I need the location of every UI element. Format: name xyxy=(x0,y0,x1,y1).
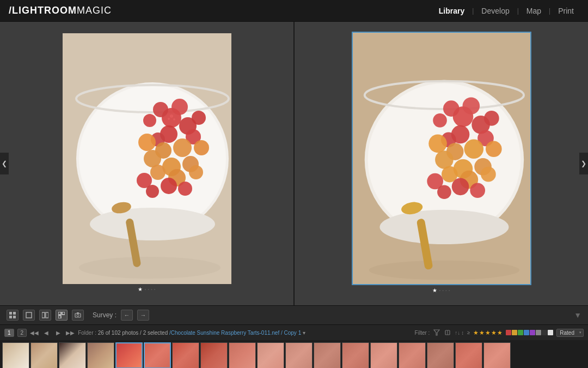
fc-prev-btn[interactable]: ◀◀ xyxy=(30,328,39,337)
fc-back-btn[interactable]: ◀ xyxy=(42,328,51,337)
camera-btn[interactable] xyxy=(72,310,84,321)
loupe-view-btn[interactable] xyxy=(23,310,35,321)
svg-point-45 xyxy=(462,97,480,114)
svg-point-64 xyxy=(437,185,451,199)
left-dot1: • xyxy=(144,287,146,292)
thumb-8[interactable] xyxy=(200,342,228,369)
thumb-11[interactable] xyxy=(285,342,313,369)
fc-fwd-btn[interactable]: ▶ xyxy=(54,328,63,337)
sort-desc-icon[interactable]: ↕ xyxy=(461,330,464,336)
nav: Library | Develop | Map | Print xyxy=(433,4,579,17)
star-4[interactable]: ★ xyxy=(491,329,497,336)
star-3[interactable]: ★ xyxy=(485,329,491,336)
rated-dropdown-arrow: ▾ xyxy=(579,330,581,335)
left-photo-frame: ★ • • • • xyxy=(63,33,231,294)
badge-1[interactable]: 1 xyxy=(4,329,14,337)
thumb-18[interactable] xyxy=(483,342,511,369)
prev-photo-arrow[interactable]: ❮ xyxy=(0,153,9,174)
gte-symbol: ≥ xyxy=(467,330,470,335)
path-dropdown[interactable]: ▾ xyxy=(303,330,305,336)
fc-end-btn[interactable]: ▶▶ xyxy=(66,328,75,337)
svg-rect-70 xyxy=(42,312,45,318)
color-white[interactable] xyxy=(548,330,553,335)
sort-icons: ↑↓ ↕ xyxy=(455,330,464,336)
survey-prev-btn[interactable]: ← xyxy=(121,310,133,321)
color-black[interactable] xyxy=(542,330,547,335)
survey-next-btn[interactable]: → xyxy=(137,310,149,321)
thumb-17[interactable] xyxy=(455,342,482,369)
svg-point-13 xyxy=(143,114,156,127)
svg-rect-77 xyxy=(77,312,79,314)
svg-rect-71 xyxy=(46,312,48,318)
logo-main: LIGHTROOM xyxy=(12,5,77,16)
thumb-7[interactable] xyxy=(172,342,199,369)
color-green[interactable] xyxy=(518,330,523,335)
svg-point-1 xyxy=(79,257,220,279)
main-photo-area: ❮ xyxy=(0,22,588,305)
svg-marker-78 xyxy=(434,330,439,335)
svg-rect-68 xyxy=(13,316,16,318)
svg-rect-66 xyxy=(13,312,16,315)
sort-asc-icon[interactable]: ↑↓ xyxy=(455,330,460,336)
nav-print[interactable]: Print xyxy=(553,4,579,17)
thumb-5[interactable] xyxy=(115,342,143,369)
nav-sep-3: | xyxy=(549,7,550,15)
svg-point-47 xyxy=(433,113,447,128)
right-photo-panel: ★ • • • • xyxy=(295,22,588,305)
color-red[interactable] xyxy=(506,330,511,335)
color-blue[interactable] xyxy=(524,330,529,335)
logo-sub: MAGIC xyxy=(77,5,112,16)
toolbar: Survey : ← → ▼ xyxy=(0,305,588,325)
next-photo-arrow[interactable]: ❯ xyxy=(579,153,588,174)
svg-rect-69 xyxy=(26,312,32,318)
thumb-4[interactable] xyxy=(87,342,114,369)
filter-icon-1[interactable] xyxy=(433,329,440,336)
survey-view-btn[interactable] xyxy=(56,310,68,321)
nav-develop[interactable]: Develop xyxy=(476,4,514,17)
star-5[interactable]: ★ xyxy=(497,329,503,336)
photo-count: 26 of 102 photos / 2 selected xyxy=(98,330,168,336)
compare-view-btn[interactable] xyxy=(39,310,51,321)
grid-view-btn[interactable] xyxy=(7,310,19,321)
thumb-9[interactable] xyxy=(229,342,256,369)
svg-point-24 xyxy=(150,165,166,180)
star-1[interactable]: ★ xyxy=(473,329,479,336)
star-filter[interactable]: ★ ★ ★ ★ ★ xyxy=(473,329,503,336)
filter-icon-2[interactable] xyxy=(444,329,451,336)
svg-point-18 xyxy=(173,138,192,157)
right-photo-star: ★ xyxy=(432,287,437,293)
nav-library[interactable]: Library xyxy=(433,4,470,17)
right-dot3: • xyxy=(445,288,447,293)
left-photo[interactable] xyxy=(63,33,231,284)
nav-map[interactable]: Map xyxy=(521,4,547,17)
svg-point-76 xyxy=(77,315,79,317)
thumb-14[interactable] xyxy=(370,342,397,369)
thumb-13[interactable] xyxy=(342,342,369,369)
thumb-3[interactable] xyxy=(59,342,86,369)
thumb-1[interactable] xyxy=(2,342,29,369)
rated-dropdown[interactable]: Rated ▾ xyxy=(556,329,584,337)
color-yellow[interactable] xyxy=(512,330,517,335)
thumb-15[interactable] xyxy=(399,342,426,369)
badge-2[interactable]: 2 xyxy=(17,329,27,337)
expand-panel-btn[interactable]: ▼ xyxy=(574,311,581,319)
color-purple[interactable] xyxy=(530,330,535,335)
thumb-2[interactable] xyxy=(30,342,58,369)
filmstrip-controls: 1 2 ◀◀ ◀ ▶ ▶▶ Folder : 26 of 102 photos … xyxy=(0,325,588,340)
thumb-16[interactable] xyxy=(427,342,454,369)
color-gray[interactable] xyxy=(536,330,541,335)
photo-path[interactable]: /Chocolate Sunshine Raspberry Tarts-011.… xyxy=(169,330,301,336)
svg-point-33 xyxy=(168,118,170,120)
left-photo-star: ★ xyxy=(138,286,143,292)
thumb-12[interactable] xyxy=(314,342,341,369)
svg-point-4 xyxy=(90,208,215,240)
filmstrip xyxy=(0,340,588,368)
star-2[interactable]: ★ xyxy=(479,329,485,336)
header: /LIGHTROOMMAGIC Library | Develop | Map … xyxy=(0,0,588,22)
left-photo-panel: ★ • • • • xyxy=(0,22,295,305)
svg-point-20 xyxy=(194,140,209,155)
right-photo[interactable] xyxy=(352,32,531,285)
svg-point-11 xyxy=(171,99,188,115)
thumb-10[interactable] xyxy=(257,342,284,369)
thumb-6[interactable] xyxy=(144,342,171,369)
